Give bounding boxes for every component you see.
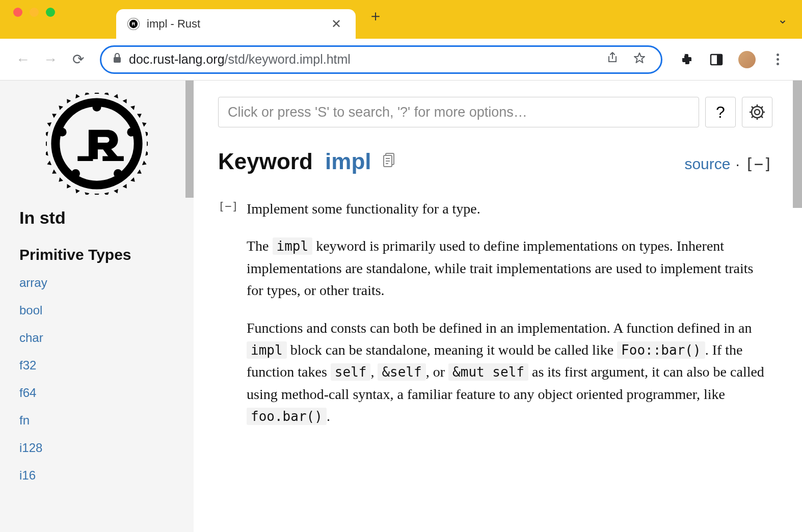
new-tab-button[interactable]: ＋	[368, 6, 383, 26]
svg-line-21	[761, 116, 763, 118]
code-mut-self: &mut self	[448, 363, 528, 381]
sidebar-item-char[interactable]: char	[19, 331, 174, 345]
svg-point-10	[127, 128, 136, 137]
heading-keyword-name: impl	[325, 149, 371, 174]
address-bar[interactable]: doc.rust-lang.org/std/keyword.impl.html	[100, 45, 662, 74]
settings-button[interactable]	[742, 97, 772, 127]
main-scrollbar[interactable]	[793, 81, 802, 208]
tab-close-icon[interactable]: ✕	[328, 17, 344, 31]
dot-separator: ·	[735, 155, 739, 173]
svg-rect-5	[717, 55, 722, 65]
window-maximize-button[interactable]	[46, 8, 55, 17]
doc-paragraph-2: Functions and consts can both be defined…	[247, 317, 772, 428]
url-text: doc.rust-lang.org/std/keyword.impl.html	[129, 52, 596, 67]
code-foo-bar: Foo::bar()	[617, 341, 705, 359]
collapse-all-button[interactable]: [−]	[745, 155, 772, 173]
browser-chrome: R impl - Rust ✕ ＋ ⌄ ← → ⟳ doc.rust-lang.…	[0, 0, 802, 81]
svg-line-20	[752, 107, 753, 108]
chevron-down-icon: ⌄	[778, 12, 788, 26]
sidebar-item-fn[interactable]: fn	[19, 413, 174, 428]
search-input[interactable]	[218, 97, 699, 127]
sidebar-section-heading: Primitive Types	[19, 246, 174, 263]
forward-button[interactable]: →	[39, 48, 62, 71]
svg-point-9	[93, 103, 101, 112]
side-panel-icon[interactable]	[705, 48, 728, 71]
extensions-icon[interactable]	[675, 48, 697, 71]
sidebar-item-i16[interactable]: i16	[19, 468, 174, 483]
doc-body: [−] Implement some functionality for a t…	[218, 198, 772, 443]
svg-point-13	[58, 128, 67, 137]
window-close-button[interactable]	[13, 8, 22, 17]
sidebar-crate-heading: In std	[19, 208, 174, 228]
sidebar-scrollbar[interactable]	[185, 81, 194, 198]
code-self: self	[331, 363, 371, 381]
lock-icon	[113, 53, 122, 66]
browser-menu-button[interactable]	[766, 48, 789, 71]
search-row: ?	[218, 97, 772, 127]
doc-text: Implement some functionality for a type.…	[247, 198, 772, 443]
main-content: ? Keyword impl	[194, 81, 802, 532]
sidebar-item-f64[interactable]: f64	[19, 386, 174, 400]
help-button[interactable]: ?	[705, 97, 736, 127]
section-toggle-button[interactable]: [−]	[218, 198, 236, 443]
svg-rect-3	[114, 57, 121, 63]
page-heading: Keyword impl source · [−]	[218, 149, 772, 174]
svg-point-14	[755, 110, 760, 115]
code-foo-dot-bar: foo.bar()	[247, 408, 327, 425]
sidebar-item-f32[interactable]: f32	[19, 358, 174, 373]
bookmark-star-icon[interactable]	[629, 52, 650, 67]
share-icon[interactable]	[603, 51, 622, 68]
svg-line-23	[752, 116, 753, 118]
code-impl: impl	[273, 237, 313, 255]
copy-path-icon[interactable]	[383, 152, 396, 171]
kebab-icon	[777, 54, 779, 65]
gear-icon	[749, 104, 765, 120]
sidebar-item-i128[interactable]: i128	[19, 441, 174, 455]
heading-prefix: Keyword	[218, 149, 313, 174]
svg-rect-6	[77, 156, 93, 161]
reload-button[interactable]: ⟳	[66, 48, 90, 71]
profile-avatar[interactable]	[736, 48, 758, 71]
sidebar-item-bool[interactable]: bool	[19, 303, 174, 317]
svg-text:R: R	[132, 21, 136, 26]
svg-line-22	[761, 107, 763, 108]
svg-point-12	[71, 169, 80, 178]
svg-point-15	[752, 107, 763, 118]
tab-title: impl - Rust	[147, 17, 321, 31]
sidebar: In std Primitive Types array bool char f…	[0, 81, 194, 532]
code-ref-self: &self	[378, 363, 425, 381]
browser-tab[interactable]: R impl - Rust ✕	[116, 9, 356, 39]
sidebar-item-array[interactable]: array	[19, 276, 174, 290]
window-minimize-button[interactable]	[30, 8, 39, 17]
window-controls	[13, 0, 116, 39]
tab-favicon-rust-icon: R	[127, 18, 140, 30]
tab-overflow[interactable]: ⌄	[778, 12, 788, 26]
code-impl: impl	[247, 341, 287, 359]
source-link[interactable]: source	[684, 155, 730, 173]
doc-paragraph-1: The impl keyword is primarily used to de…	[247, 235, 772, 301]
tab-strip: R impl - Rust ✕ ＋ ⌄	[0, 0, 802, 39]
browser-toolbar: ← → ⟳ doc.rust-lang.org/std/keyword.impl…	[0, 39, 802, 81]
rust-logo-icon[interactable]	[46, 93, 148, 195]
page-content: In std Primitive Types array bool char f…	[0, 81, 802, 532]
svg-point-11	[114, 169, 122, 178]
back-button[interactable]: ←	[11, 48, 35, 71]
doc-summary: Implement some functionality for a type.	[247, 198, 772, 220]
svg-rect-7	[102, 156, 124, 161]
